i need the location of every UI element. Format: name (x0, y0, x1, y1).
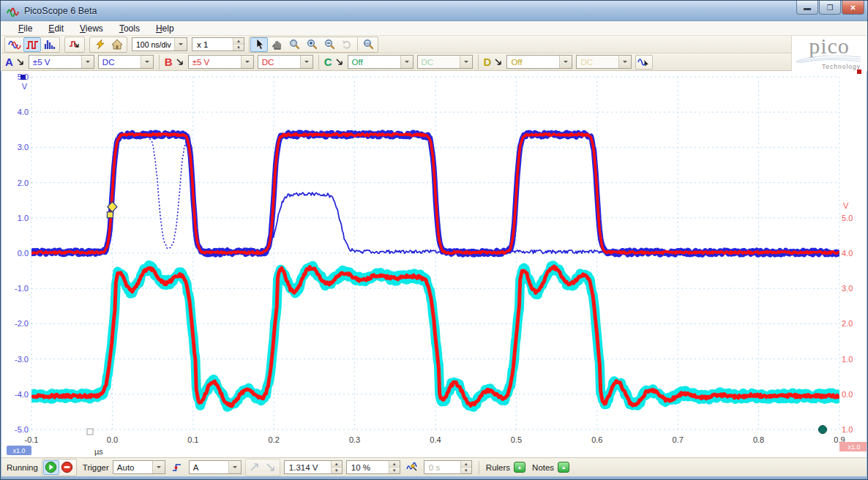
channel-a-coupling: DC (99, 58, 141, 67)
trigger-edge-button[interactable] (169, 460, 185, 475)
notes-label: Notes (532, 463, 554, 472)
channel-c-options-icon[interactable] (336, 58, 344, 66)
advanced-trigger-icon (406, 462, 418, 473)
channel-d-range-select[interactable]: Off (506, 55, 572, 69)
channel-a-range: ±5 V (29, 58, 81, 67)
svg-text:0.8: 0.8 (753, 435, 764, 444)
persistence-view-button[interactable] (23, 37, 41, 52)
channel-d-coupling: DC (577, 58, 618, 67)
channel-c-coupling: DC (418, 58, 460, 67)
zoom-window-button[interactable] (285, 37, 303, 52)
trigger-source-select[interactable]: A (189, 460, 242, 474)
title-bar[interactable]: PicoScope 6 Beta ▬ ❐ ✕ (1, 1, 867, 21)
svg-text:0.0: 0.0 (18, 249, 29, 258)
zoom-out-button[interactable] (321, 37, 338, 52)
channel-a-options-icon[interactable] (17, 58, 25, 66)
zoom-out-icon (324, 39, 335, 50)
svg-text:3.0: 3.0 (842, 284, 853, 293)
svg-text:0.0: 0.0 (107, 435, 118, 444)
svg-text:1.0: 1.0 (842, 355, 853, 364)
channel-d-options-icon[interactable] (495, 58, 503, 66)
rising-edge-icon (250, 462, 260, 472)
scope-view-button[interactable] (6, 37, 23, 52)
trigger-level-value: 1.314 V (285, 461, 331, 473)
menu-bar: File Edit Views Tools Help (1, 21, 867, 36)
svg-text:0.4: 0.4 (430, 435, 441, 444)
notes-button[interactable]: ▲ (558, 462, 569, 473)
stepper-arrows[interactable]: ▲▼ (233, 38, 244, 50)
svg-text:0.3: 0.3 (349, 435, 360, 444)
svg-text:4.0: 4.0 (842, 249, 853, 258)
channel-c-label: C (324, 56, 332, 67)
trigger-mode-select[interactable]: Auto (113, 460, 165, 474)
channel-b-coupling-select[interactable]: DC (258, 55, 313, 69)
rising-edge-button[interactable] (247, 460, 263, 475)
svg-text:0.7: 0.7 (673, 435, 684, 444)
svg-text:2.0: 2.0 (18, 179, 29, 187)
add-view-button[interactable] (66, 37, 83, 52)
channel-a-range-select[interactable]: ±5 V (29, 55, 94, 69)
channel-d-coupling-select[interactable]: DC (576, 55, 632, 69)
spectrum-view-icon (43, 40, 56, 50)
channel-b-range-select[interactable]: ±5 V (188, 55, 254, 69)
pointer-tool-button[interactable] (250, 37, 268, 52)
home-button[interactable] (108, 37, 126, 52)
advanced-trigger-button[interactable] (404, 460, 420, 475)
awg-icon (637, 56, 651, 67)
falling-edge-button[interactable] (263, 460, 279, 475)
svg-text:-0.1: -0.1 (25, 435, 39, 444)
stop-capture-button[interactable] (59, 460, 75, 475)
svg-text:100: 100 (364, 42, 370, 45)
channel-a-coupling-select[interactable]: DC (98, 55, 154, 69)
channel-c-coupling-select[interactable]: DC (417, 55, 473, 69)
spectrum-view-button[interactable] (41, 37, 59, 52)
auto-setup-button[interactable] (91, 37, 108, 52)
zoom-full-button[interactable]: 100 (359, 37, 377, 52)
zoom-window-icon (289, 39, 300, 50)
rulers-label: Rulers (486, 463, 510, 472)
menu-help[interactable]: Help (149, 22, 181, 35)
svg-text:-2.0: -2.0 (15, 319, 29, 328)
rulers-button[interactable]: ▲ (514, 462, 525, 473)
persistence-view-icon (26, 40, 39, 50)
undo-zoom-button[interactable] (338, 37, 356, 52)
trigger-level-stepper[interactable]: 1.314 V ▲▼ (284, 460, 343, 474)
timebase-select[interactable]: 100 ns/div (132, 37, 187, 51)
samples-stepper[interactable]: x 1 ▲▼ (192, 37, 244, 51)
pretrigger-value: 10 % (347, 461, 389, 473)
pretrigger-stepper[interactable]: 10 % ▲▼ (346, 460, 400, 474)
restore-button[interactable]: ❐ (819, 1, 841, 15)
svg-text:0.1: 0.1 (187, 435, 198, 444)
status-bar: Running Trigger Auto A (1, 457, 867, 476)
channel-b-range: ±5 V (189, 58, 241, 67)
minimize-button[interactable]: ▬ (796, 1, 818, 15)
svg-text:0.2: 0.2 (269, 435, 280, 444)
scope-plot-area[interactable]: 5.04.03.02.01.00.0-1.0-2.0-3.0-4.0-5.0V5… (1, 71, 868, 457)
menu-views[interactable]: Views (73, 22, 110, 35)
holdoff-stepper[interactable]: 0 s ▲▼ (424, 460, 472, 474)
close-button[interactable]: ✕ (842, 1, 864, 15)
timebase-value: 100 ns/div (132, 40, 174, 49)
app-icon (7, 5, 20, 17)
svg-text:3.0: 3.0 (18, 143, 29, 151)
window-bottom-border (1, 476, 867, 480)
zoom-in-icon (307, 39, 318, 50)
lightning-icon (94, 39, 105, 50)
awg-button[interactable] (635, 55, 653, 70)
channel-c-range-select[interactable]: Off (348, 55, 414, 69)
channel-d-label: D (484, 56, 492, 67)
menu-file[interactable]: File (12, 22, 39, 35)
channel-c-range: Off (348, 58, 400, 67)
menu-edit[interactable]: Edit (42, 22, 70, 35)
arrow-up-icon: ▲ (517, 465, 523, 470)
start-capture-button[interactable] (43, 460, 59, 475)
window-left-border (1, 71, 1, 476)
chevron-down-icon[interactable] (174, 38, 187, 50)
running-label: Running (7, 463, 38, 472)
menu-tools[interactable]: Tools (113, 22, 146, 35)
zoom-in-button[interactable] (303, 37, 321, 52)
channel-b-options-icon[interactable] (176, 58, 184, 66)
hand-icon (272, 39, 283, 50)
channel-b-label: B (165, 56, 173, 67)
pan-tool-button[interactable] (268, 37, 285, 52)
